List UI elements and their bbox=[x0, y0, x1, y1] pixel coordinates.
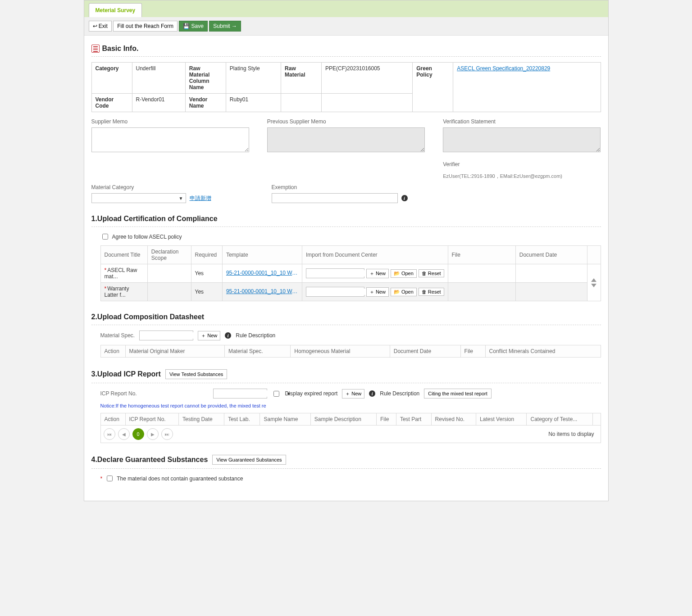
required-cell: Yes bbox=[191, 264, 222, 283]
green-policy-link[interactable]: ASECL Green Specification_20220829 bbox=[457, 65, 550, 72]
vendor-name-value: Ruby01 bbox=[226, 94, 281, 112]
reset-button[interactable]: 🗑Reset bbox=[419, 288, 444, 296]
icp-no-label: ICP Report No. bbox=[100, 390, 209, 397]
exemption-label: Exemption bbox=[272, 184, 434, 190]
view-tested-button[interactable]: View Tested Substances bbox=[165, 369, 227, 379]
agree-policy-checkbox[interactable] bbox=[102, 234, 108, 240]
trash-icon: 🗑 bbox=[422, 271, 427, 276]
plus-icon: ＋ bbox=[345, 390, 350, 397]
info-icon[interactable]: i bbox=[401, 195, 408, 201]
file-cell bbox=[448, 264, 515, 283]
table-row: *ASECL Raw mat... Yes 95-21-0000-0001_10… bbox=[100, 264, 601, 283]
exit-label: Exit bbox=[99, 23, 108, 29]
col-orig-maker: Material Original Maker bbox=[125, 345, 224, 358]
reset-button[interactable]: 🗑Reset bbox=[419, 269, 444, 277]
save-button[interactable]: 💾 Save bbox=[179, 21, 208, 32]
col-category-tested: Category of Teste... bbox=[527, 413, 592, 426]
apply-new-link[interactable]: 申請新增 bbox=[190, 195, 211, 202]
col-revised-no: Revised No. bbox=[431, 413, 476, 426]
new-button[interactable]: ＋New bbox=[342, 389, 364, 399]
icp-table: Action ICP Report No. Testing Date Test … bbox=[100, 413, 601, 426]
citing-mixed-button[interactable]: Citing the mixed test report bbox=[424, 389, 491, 399]
pager-current-page[interactable]: 0 bbox=[132, 428, 144, 440]
section4-title-row: 4.Declare Guaranteed Substances View Gua… bbox=[91, 455, 601, 469]
verifier-label: Verifier bbox=[443, 161, 601, 168]
rule-description-label: Rule Description bbox=[380, 390, 419, 397]
required-marker: * bbox=[100, 476, 103, 482]
folder-open-icon: 📂 bbox=[394, 289, 400, 295]
new-button[interactable]: ＋New bbox=[366, 269, 389, 278]
row-down-icon[interactable] bbox=[591, 284, 596, 287]
exit-icon: ↩ bbox=[93, 23, 97, 29]
green-policy-label: Green Policy bbox=[413, 63, 453, 112]
col-test-lab: Test Lab. bbox=[224, 413, 260, 426]
composition-table: Action Material Original Maker Material … bbox=[100, 345, 601, 358]
raw-mat-col-label: Raw Material Column Name bbox=[185, 63, 226, 94]
col-required: Required bbox=[191, 246, 222, 264]
import-select[interactable]: ▼ bbox=[306, 268, 364, 278]
template-link[interactable]: 95-21-0000-0001_10_10 Warranty... bbox=[226, 270, 298, 276]
row-up-icon[interactable] bbox=[591, 278, 596, 282]
info-icon[interactable]: i bbox=[225, 332, 231, 339]
new-button[interactable]: ＋New bbox=[366, 287, 389, 297]
basic-info-table: Category Underfill Raw Material Column N… bbox=[91, 62, 601, 112]
submit-button[interactable]: Submit → bbox=[209, 21, 241, 32]
table-row: *Warranty Latter f... Yes 95-21-0000-000… bbox=[100, 283, 601, 301]
section4-title: 4.Declare Guaranteed Substances bbox=[91, 456, 208, 464]
col-file: File bbox=[377, 413, 396, 426]
rule-description-label: Rule Description bbox=[236, 332, 275, 339]
prev-supplier-memo-label: Previous Supplier Memo bbox=[267, 118, 425, 125]
col-doc-date: Document Date bbox=[390, 345, 460, 358]
supplier-memo-input[interactable] bbox=[91, 127, 249, 152]
tab-material-survey[interactable]: Meterial Survey bbox=[89, 3, 142, 17]
col-sample-desc: Sample Description bbox=[310, 413, 376, 426]
material-category-label: Material Category bbox=[91, 184, 254, 190]
raw-mat-col-value: Plating Style bbox=[226, 63, 281, 94]
col-homog: Homogeneous Material bbox=[291, 345, 390, 358]
exemption-input[interactable] bbox=[272, 193, 398, 203]
pager-next-button[interactable]: ▶ bbox=[147, 428, 159, 440]
file-cell bbox=[448, 283, 515, 301]
verification-label: Verification Statement bbox=[443, 118, 601, 125]
col-doc-title: Document Title bbox=[100, 246, 147, 264]
no-items-text: No items to display bbox=[548, 431, 597, 437]
green-policy-value: ASECL Green Specification_20220829 bbox=[453, 63, 601, 112]
pager-prev-button[interactable]: ◀ bbox=[118, 428, 130, 440]
col-mat-spec: Material Spec. bbox=[224, 345, 290, 358]
compliance-table: Document Title Declaration Scope Require… bbox=[100, 245, 601, 301]
no-guaranteed-label: The material does not contain guaranteed… bbox=[117, 476, 243, 482]
open-button[interactable]: 📂Open bbox=[391, 288, 417, 296]
view-guaranteed-button[interactable]: View Guaranteed Substances bbox=[212, 455, 286, 465]
open-button[interactable]: 📂Open bbox=[391, 269, 417, 278]
import-select[interactable]: ▼ bbox=[306, 287, 364, 297]
decl-scope-cell bbox=[147, 264, 191, 283]
pager-last-button[interactable]: ⏭ bbox=[161, 428, 173, 440]
basic-info-title: Basic Info. bbox=[102, 45, 139, 53]
section1-title: 1.Upload Certification of Compliance bbox=[91, 215, 601, 227]
exit-button[interactable]: ↩ Exit bbox=[89, 21, 112, 32]
category-value: Underfill bbox=[132, 63, 185, 94]
plus-icon: ＋ bbox=[369, 270, 374, 277]
no-guaranteed-checkbox[interactable] bbox=[107, 476, 113, 481]
col-file: File bbox=[448, 246, 515, 264]
new-button[interactable]: ＋New bbox=[198, 331, 220, 340]
required-marker: * bbox=[105, 285, 107, 292]
material-spec-select[interactable]: ▼ bbox=[139, 331, 193, 340]
required-cell: Yes bbox=[191, 283, 222, 301]
fill-reach-button[interactable]: Fill out the Reach Form bbox=[113, 21, 178, 32]
template-link[interactable]: 95-21-0000-0001_10_10 Warranty... bbox=[226, 288, 298, 294]
verifier-value: EzUser(TEL:2916-1890，EMail:EzUser@ezgpm.… bbox=[443, 173, 601, 180]
section3-title: 3.Upload ICP Report bbox=[91, 370, 161, 378]
material-spec-label: Material Spec. bbox=[100, 332, 135, 339]
pager-first-button[interactable]: ⏮ bbox=[104, 428, 115, 440]
save-label: Save bbox=[191, 23, 204, 29]
info-icon[interactable]: i bbox=[369, 390, 375, 397]
col-spacer bbox=[592, 413, 601, 426]
doc-date-cell bbox=[515, 283, 587, 301]
col-row-controls bbox=[587, 246, 601, 264]
pager: ⏮ ◀ 0 ▶ ⏭ No items to display bbox=[100, 426, 601, 443]
display-expired-checkbox[interactable] bbox=[273, 391, 279, 397]
material-category-input[interactable] bbox=[92, 195, 177, 201]
icp-no-select[interactable]: ▼ bbox=[213, 389, 267, 399]
material-category-select[interactable]: ▼ bbox=[91, 193, 186, 203]
